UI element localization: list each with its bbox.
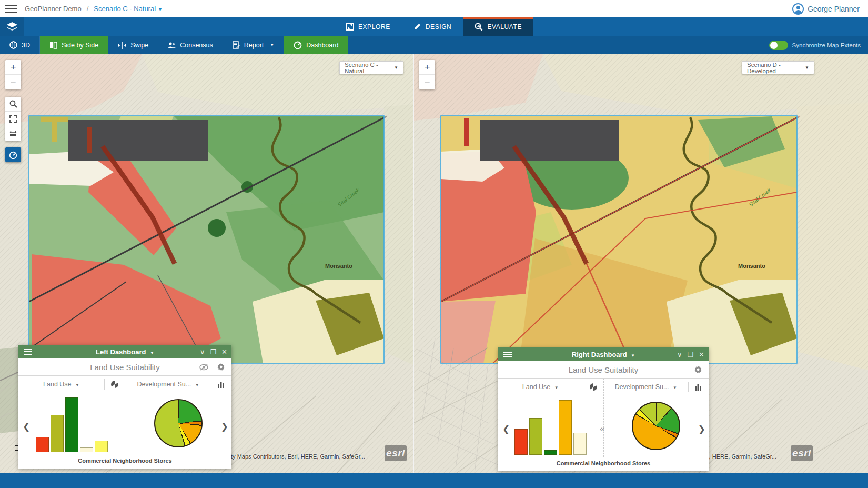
left-dashboard-panel: Left Dashboard ▼ ∨ ❒ ✕ Land Use Suitabil… bbox=[18, 345, 231, 469]
panel-menu-icon[interactable] bbox=[503, 352, 512, 357]
gear-icon[interactable] bbox=[694, 365, 702, 374]
left-dashboard-subheader: Land Use Suitability bbox=[18, 358, 231, 376]
chevron-down-icon: ▼ bbox=[158, 7, 163, 12]
close-icon[interactable]: ✕ bbox=[221, 348, 227, 356]
sync-toggle[interactable] bbox=[769, 41, 788, 50]
user-menu[interactable]: George Planner bbox=[792, 0, 860, 17]
consensus-button[interactable]: Consensus bbox=[158, 36, 223, 54]
chart-field-selector[interactable]: Land Use ▼ bbox=[18, 381, 104, 388]
gauge-icon bbox=[9, 151, 17, 159]
chart-caption: Commercial Neighborhood Stores bbox=[18, 454, 231, 464]
esri-logo: esri bbox=[385, 445, 407, 461]
left-scenario-dropdown[interactable]: Scenario C - Natural ▼ bbox=[339, 61, 403, 74]
chevron-down-icon: ▼ bbox=[270, 43, 274, 47]
right-dashboard-charts: ❮ Land Use ▼ « Development Su... ▼ bbox=[498, 379, 709, 457]
right-scenario-dropdown[interactable]: Scenario D - Developed ▼ bbox=[742, 61, 814, 74]
app-header: GeoPlanner Demo / Scenario C - Natural▼ … bbox=[0, 0, 868, 17]
expand-arrows-icon bbox=[9, 115, 17, 123]
breadcrumb-scenario-link[interactable]: Scenario C - Natural▼ bbox=[94, 5, 163, 13]
swipe-icon bbox=[118, 42, 126, 49]
left-zoom-controls: + − bbox=[5, 60, 21, 89]
left-dashboard-tool bbox=[5, 147, 21, 162]
zoom-out-button[interactable]: − bbox=[419, 75, 435, 89]
measure-button[interactable] bbox=[5, 126, 21, 141]
land-use-bar-chart[interactable] bbox=[36, 397, 108, 452]
side-by-side-icon bbox=[49, 42, 57, 49]
development-suitability-pie-chart[interactable] bbox=[154, 399, 203, 447]
zoom-in-button[interactable]: + bbox=[419, 60, 435, 75]
consensus-people-icon bbox=[168, 42, 176, 49]
prev-chart-arrow[interactable]: ❮ bbox=[23, 421, 30, 432]
pane-divider bbox=[413, 54, 414, 473]
chevron-down-icon: ▼ bbox=[150, 351, 154, 355]
dashboard-button[interactable]: Dashboard bbox=[284, 36, 348, 54]
full-extent-button[interactable] bbox=[5, 112, 21, 126]
left-map-label-monsanto: Monsanto bbox=[325, 263, 352, 269]
chart-field-selector[interactable]: Land Use ▼ bbox=[498, 383, 583, 391]
development-suitability-widget: Development Su... ▼ bbox=[125, 376, 231, 454]
land-use-widget: Land Use ▼ bbox=[498, 379, 603, 457]
evaluate-toolbar: 3D Side by Side Swipe Consensus Report ▼… bbox=[0, 36, 868, 54]
chart-field-selector[interactable]: Development Su... ▼ bbox=[125, 381, 211, 388]
right-dashboard-panel: Right Dashboard ▼ ∨ ❒ ✕ Land Use Suitabi… bbox=[498, 347, 709, 471]
globe-icon bbox=[9, 41, 17, 49]
3d-button[interactable]: 3D bbox=[0, 36, 40, 54]
tab-evaluate[interactable]: EVALUATE bbox=[463, 17, 533, 36]
close-icon[interactable]: ✕ bbox=[699, 351, 704, 358]
dashboard-gauge-button[interactable] bbox=[5, 147, 21, 162]
right-dashboard-subheader: Land Use Suitability bbox=[498, 361, 709, 379]
evaluate-magnifier-icon bbox=[475, 23, 483, 31]
sync-extents-control: Synchronize Map Extents bbox=[769, 36, 861, 54]
chevron-down-icon: ▼ bbox=[631, 353, 635, 358]
next-chart-arrow[interactable]: ❯ bbox=[221, 421, 228, 432]
zoom-in-button[interactable]: + bbox=[5, 60, 21, 75]
development-suitability-pie-chart[interactable] bbox=[632, 402, 680, 450]
visibility-off-icon[interactable] bbox=[199, 364, 208, 371]
right-dashboard-header[interactable]: Right Dashboard ▼ ∨ ❒ ✕ bbox=[498, 347, 709, 361]
gauge-icon bbox=[294, 41, 302, 49]
left-map-tools bbox=[5, 97, 21, 141]
sync-label: Synchronize Map Extents bbox=[792, 42, 861, 48]
pie-chart-type-icon[interactable] bbox=[583, 383, 603, 391]
tab-design[interactable]: DESIGN bbox=[402, 17, 463, 36]
dashboard-subtitle: Land Use Suitability bbox=[498, 365, 709, 374]
search-icon bbox=[9, 100, 17, 108]
chart-field-selector[interactable]: Development Su... ▼ bbox=[604, 383, 689, 391]
measure-ruler-icon bbox=[9, 130, 17, 137]
user-name: George Planner bbox=[808, 5, 860, 13]
land-use-bar-chart[interactable] bbox=[514, 400, 587, 455]
user-avatar-icon bbox=[792, 3, 804, 15]
page-back-arrow[interactable]: « bbox=[600, 424, 604, 434]
side-by-side-button[interactable]: Side by Side bbox=[40, 36, 108, 54]
chart-caption: Commercial Neighborhood Stores bbox=[498, 457, 709, 466]
maximize-icon[interactable]: ❒ bbox=[687, 351, 693, 358]
chevron-down-icon: ▼ bbox=[805, 65, 809, 70]
tab-explore[interactable]: EXPLORE bbox=[335, 17, 402, 36]
gear-icon[interactable] bbox=[217, 363, 225, 371]
layers-button[interactable] bbox=[0, 17, 24, 36]
nav-bar: EXPLORE DESIGN EVALUATE bbox=[0, 17, 868, 36]
app-title: GeoPlanner Demo bbox=[25, 5, 82, 13]
report-button[interactable]: Report ▼ bbox=[223, 36, 284, 54]
zoom-out-button[interactable]: − bbox=[5, 75, 21, 89]
prev-chart-arrow[interactable]: ❮ bbox=[502, 424, 510, 435]
land-use-widget: Land Use ▼ bbox=[18, 376, 125, 454]
chevron-down-icon: ▼ bbox=[394, 65, 398, 70]
left-dashboard-charts: ❮ Land Use ▼ Development Su... ▼ bbox=[18, 376, 231, 454]
breadcrumb-separator: / bbox=[87, 5, 89, 13]
bar-chart-type-icon[interactable] bbox=[689, 383, 709, 391]
swipe-button[interactable]: Swipe bbox=[108, 36, 158, 54]
maximize-icon[interactable]: ❒ bbox=[210, 348, 216, 356]
collapse-icon[interactable]: ∨ bbox=[677, 351, 682, 358]
development-suitability-widget: Development Su... ▼ bbox=[604, 379, 709, 457]
panel-menu-icon[interactable] bbox=[24, 349, 32, 355]
left-dashboard-header[interactable]: Left Dashboard ▼ ∨ ❒ ✕ bbox=[18, 345, 231, 358]
right-map-label-monsanto: Monsanto bbox=[738, 263, 765, 269]
menu-icon[interactable] bbox=[5, 5, 17, 13]
next-chart-arrow[interactable]: ❯ bbox=[698, 424, 705, 435]
pie-chart-type-icon[interactable] bbox=[105, 380, 125, 389]
search-button[interactable] bbox=[5, 97, 21, 112]
collapse-icon[interactable]: ∨ bbox=[200, 348, 205, 356]
right-zoom-controls: + − bbox=[419, 60, 435, 89]
bar-chart-type-icon[interactable] bbox=[211, 381, 231, 388]
